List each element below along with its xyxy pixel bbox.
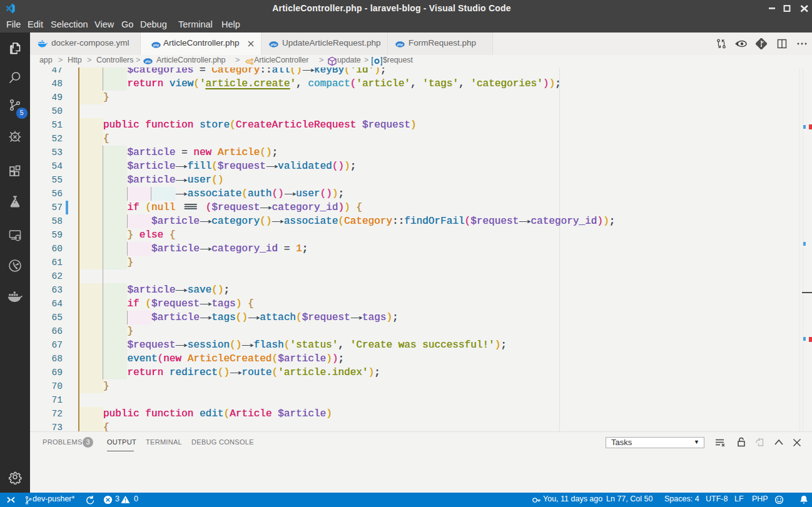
svg-text:php: php	[397, 43, 403, 46]
svg-text:php: php	[153, 44, 159, 47]
svg-text:php: php	[270, 43, 277, 46]
svg-text:php: php	[145, 60, 151, 63]
